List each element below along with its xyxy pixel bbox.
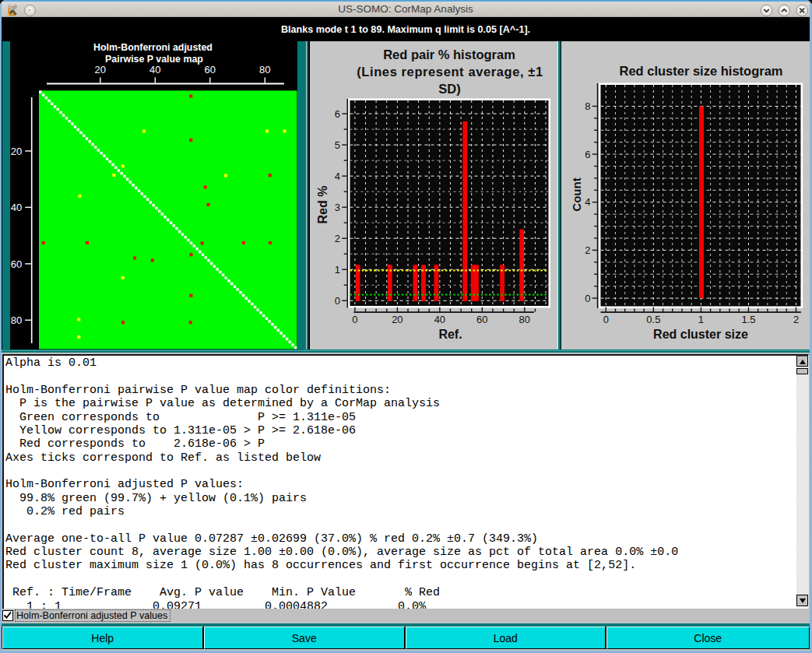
svg-text:Red cluster size histogram: Red cluster size histogram (620, 64, 783, 78)
svg-text:2: 2 (793, 314, 799, 325)
svg-text:Red pair % histogram: Red pair % histogram (383, 47, 515, 61)
svg-text:0: 0 (585, 293, 590, 304)
svg-text:40: 40 (149, 64, 160, 75)
svg-text:60: 60 (205, 64, 216, 75)
svg-text:4: 4 (335, 170, 340, 182)
svg-text:40: 40 (11, 202, 22, 213)
svg-text:60: 60 (476, 314, 487, 325)
svg-text:1: 1 (698, 314, 704, 325)
svg-text:6: 6 (585, 149, 590, 160)
svg-text:40: 40 (434, 314, 445, 325)
svg-text:4: 4 (585, 196, 590, 208)
svg-text:5: 5 (335, 139, 340, 151)
svg-text:20: 20 (95, 64, 106, 75)
svg-text:80: 80 (519, 314, 530, 325)
svg-text:Red cluster size: Red cluster size (653, 328, 748, 341)
svg-text:60: 60 (11, 258, 22, 270)
svg-text:Red %: Red % (316, 186, 329, 224)
svg-text:0: 0 (335, 295, 340, 307)
svg-text:Count: Count (570, 177, 583, 211)
svg-text:2: 2 (335, 233, 340, 244)
svg-text:8: 8 (585, 100, 590, 112)
svg-text:0: 0 (352, 314, 357, 325)
svg-text:80: 80 (259, 64, 270, 75)
svg-text:0.5: 0.5 (646, 314, 660, 325)
svg-text:1.5: 1.5 (741, 314, 755, 325)
svg-text:Pairwise P value map: Pairwise P value map (105, 54, 203, 65)
svg-text:6: 6 (335, 108, 340, 120)
svg-text:(Lines represent average, ±1: (Lines represent average, ±1 (357, 65, 543, 79)
svg-text:1: 1 (335, 264, 340, 276)
svg-text:Ref.: Ref. (438, 328, 462, 341)
svg-text:20: 20 (11, 146, 22, 157)
svg-text:0: 0 (603, 314, 609, 325)
svg-text:Holm-Bonferroni adjusted: Holm-Bonferroni adjusted (93, 42, 213, 53)
svg-text:20: 20 (392, 314, 402, 325)
svg-text:3: 3 (335, 202, 340, 213)
svg-text:80: 80 (11, 314, 22, 326)
svg-text:SD): SD) (438, 82, 460, 96)
svg-text:2: 2 (585, 244, 590, 256)
